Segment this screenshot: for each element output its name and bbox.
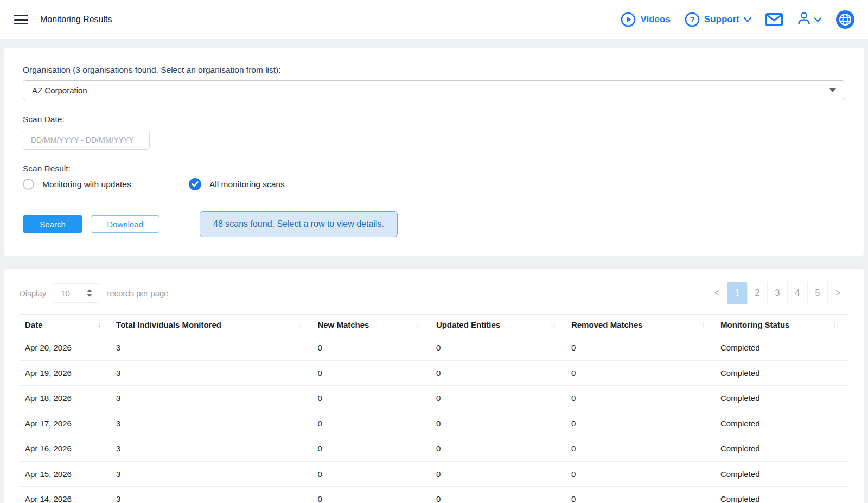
cell-date: Apr 20, 2026 bbox=[20, 335, 111, 361]
cell-status: Completed bbox=[715, 436, 848, 462]
cell-date: Apr 14, 2026 bbox=[20, 487, 111, 503]
cell-status: Completed bbox=[715, 335, 848, 361]
table-row[interactable]: Apr 17, 2026 3 0 0 0 Completed bbox=[20, 411, 848, 436]
cell-new-matches: 0 bbox=[312, 487, 431, 503]
radio-all-monitoring-scans[interactable]: All monitoring scans bbox=[189, 178, 285, 190]
records-per-page-label: records per page bbox=[107, 289, 168, 298]
filter-panel: Organisation (3 organisations found. Sel… bbox=[4, 48, 864, 256]
svg-text:?: ? bbox=[690, 15, 695, 24]
support-menu[interactable]: ? Support bbox=[685, 12, 751, 27]
scan-result-label: Scan Result: bbox=[23, 164, 845, 174]
sort-icon: ↑↓ bbox=[296, 321, 301, 328]
cell-updated-entities: 0 bbox=[431, 487, 566, 503]
results-panel: Display 10 records per page < 1 2 3 4 5 … bbox=[4, 269, 864, 503]
account-menu[interactable] bbox=[797, 11, 821, 28]
cell-removed-matches: 0 bbox=[566, 461, 715, 487]
cell-total: 3 bbox=[111, 411, 312, 436]
cell-status: Completed bbox=[715, 487, 848, 503]
sort-icon-desc: ↑↓ bbox=[95, 321, 100, 328]
sort-icon: ↑↓ bbox=[415, 321, 420, 328]
cell-date: Apr 19, 2026 bbox=[20, 360, 111, 386]
column-header-date[interactable]: Date ↑↓ bbox=[20, 315, 111, 335]
header-actions: Videos ? Support bbox=[621, 10, 855, 29]
radio-unchecked-icon bbox=[23, 179, 34, 190]
cell-new-matches: 0 bbox=[312, 335, 431, 361]
cell-updated-entities: 0 bbox=[431, 436, 566, 462]
cell-status: Completed bbox=[715, 411, 848, 436]
page-title: Monitoring Results bbox=[40, 15, 112, 24]
cell-total: 3 bbox=[111, 360, 312, 386]
cell-updated-entities: 0 bbox=[431, 411, 566, 436]
cell-removed-matches: 0 bbox=[566, 386, 715, 411]
spinner-arrows-icon bbox=[87, 289, 92, 297]
download-button[interactable]: Download bbox=[91, 215, 159, 233]
pagination-page-4[interactable]: 4 bbox=[788, 282, 808, 304]
cell-removed-matches: 0 bbox=[566, 436, 715, 462]
column-header-monitoring-status[interactable]: Monitoring Status ↑↓ bbox=[715, 315, 848, 335]
language-globe-button[interactable] bbox=[835, 10, 855, 29]
scan-date-label: Scan Date: bbox=[23, 114, 845, 124]
cell-date: Apr 16, 2026 bbox=[20, 436, 111, 462]
cell-removed-matches: 0 bbox=[566, 411, 715, 436]
pagination-page-2[interactable]: 2 bbox=[748, 282, 768, 304]
cell-total: 3 bbox=[111, 386, 312, 411]
cell-updated-entities: 0 bbox=[431, 461, 566, 487]
table-header-row: Date ↑↓ Total Individuals Monitored ↑↓ N… bbox=[20, 315, 848, 335]
table-row[interactable]: Apr 19, 2026 3 0 0 0 Completed bbox=[20, 360, 848, 386]
cell-updated-entities: 0 bbox=[431, 335, 566, 361]
pagination-prev-button[interactable]: < bbox=[707, 282, 727, 304]
pagination-page-1[interactable]: 1 bbox=[727, 282, 748, 304]
cell-date: Apr 18, 2026 bbox=[20, 386, 111, 411]
table-row[interactable]: Apr 14, 2026 3 0 0 0 Completed bbox=[20, 487, 848, 503]
videos-button[interactable]: Videos bbox=[621, 12, 670, 27]
table-row[interactable]: Apr 20, 2026 3 0 0 0 Completed bbox=[20, 335, 848, 361]
pagination: < 1 2 3 4 5 > bbox=[707, 282, 848, 304]
cell-total: 3 bbox=[111, 335, 312, 361]
scan-date-input[interactable] bbox=[23, 130, 150, 150]
table-row[interactable]: Apr 15, 2026 3 0 0 0 Completed bbox=[20, 461, 848, 487]
cell-updated-entities: 0 bbox=[431, 386, 566, 411]
cell-date: Apr 15, 2026 bbox=[20, 461, 111, 487]
scan-result-options: Monitoring with updates All monitoring s… bbox=[23, 178, 845, 190]
column-header-removed-matches[interactable]: Removed Matches ↑↓ bbox=[566, 315, 715, 335]
caret-down-icon bbox=[829, 88, 836, 92]
person-icon bbox=[797, 11, 811, 28]
display-label: Display bbox=[20, 289, 46, 298]
column-header-total-individuals[interactable]: Total Individuals Monitored ↑↓ bbox=[111, 315, 312, 335]
cell-total: 3 bbox=[111, 487, 312, 503]
filter-actions: Search Download 48 scans found. Select a… bbox=[23, 211, 845, 237]
cell-removed-matches: 0 bbox=[566, 487, 715, 503]
cell-new-matches: 0 bbox=[312, 436, 431, 462]
radio-checked-icon bbox=[189, 178, 201, 190]
sort-icon: ↑↓ bbox=[550, 321, 555, 328]
cell-new-matches: 0 bbox=[312, 411, 431, 436]
cell-date: Apr 17, 2026 bbox=[20, 411, 111, 436]
cell-removed-matches: 0 bbox=[566, 360, 715, 386]
organisation-select[interactable]: AZ Corporation bbox=[23, 80, 845, 100]
results-info-banner: 48 scans found. Select a row to view det… bbox=[200, 211, 398, 237]
column-header-new-matches[interactable]: New Matches ↑↓ bbox=[312, 315, 431, 335]
monitoring-results-table: Date ↑↓ Total Individuals Monitored ↑↓ N… bbox=[20, 314, 848, 503]
sort-icon: ↑↓ bbox=[699, 321, 704, 328]
question-circle-icon: ? bbox=[685, 12, 700, 27]
cell-removed-matches: 0 bbox=[566, 335, 715, 361]
radio-monitoring-with-updates[interactable]: Monitoring with updates bbox=[23, 179, 181, 190]
cell-total: 3 bbox=[111, 436, 312, 462]
cell-new-matches: 0 bbox=[312, 386, 431, 411]
cell-status: Completed bbox=[715, 461, 848, 487]
table-controls: Display 10 records per page < 1 2 3 4 5 … bbox=[20, 282, 848, 304]
table-row[interactable]: Apr 16, 2026 3 0 0 0 Completed bbox=[20, 436, 848, 462]
pagination-next-button[interactable]: > bbox=[828, 282, 848, 304]
page-size-select[interactable]: 10 bbox=[53, 283, 100, 303]
cell-updated-entities: 0 bbox=[431, 360, 566, 386]
pagination-page-5[interactable]: 5 bbox=[808, 282, 828, 304]
organisation-label: Organisation (3 organisations found. Sel… bbox=[23, 65, 845, 75]
search-button[interactable]: Search bbox=[23, 215, 82, 233]
pagination-page-3[interactable]: 3 bbox=[768, 282, 788, 304]
column-header-updated-entities[interactable]: Updated Entities ↑↓ bbox=[431, 315, 566, 335]
mail-button[interactable] bbox=[765, 13, 783, 26]
cell-total: 3 bbox=[111, 461, 312, 487]
table-row[interactable]: Apr 18, 2026 3 0 0 0 Completed bbox=[20, 386, 848, 411]
menu-icon[interactable] bbox=[14, 15, 28, 24]
chevron-down-icon bbox=[814, 15, 821, 24]
